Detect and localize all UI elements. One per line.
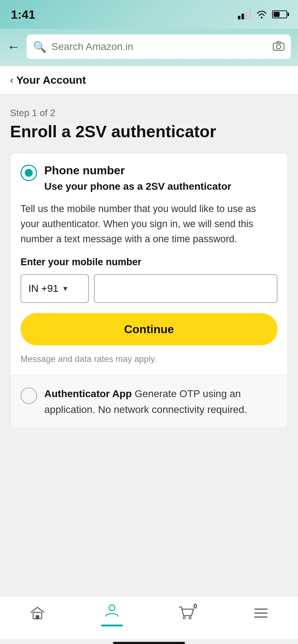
app-option-header: Authenticator App Generate OTP using an … (21, 386, 277, 417)
options-card: Phone number Use your phone as a 2SV aut… (10, 153, 288, 428)
country-code-text: IN +91 (28, 283, 58, 294)
search-icon: 🔍 (33, 41, 46, 53)
svg-point-2 (276, 45, 281, 49)
continue-button[interactable]: Continue (21, 313, 277, 345)
step-label: Step 1 of 2 (10, 107, 288, 119)
signal-icon (238, 9, 251, 19)
dropdown-arrow-icon: ▾ (63, 284, 67, 293)
wifi-icon (256, 10, 268, 19)
phone-input-row: IN +91 ▾ (21, 274, 277, 303)
phone-title-sub: Use your phone as a 2SV authenticator (44, 181, 231, 192)
status-bar: 1:41 (0, 0, 298, 29)
country-code-select[interactable]: IN +91 ▾ (21, 274, 89, 303)
svg-point-7 (189, 617, 191, 619)
app-title-bold: Authenticator App (44, 388, 132, 399)
app-option-section: Authenticator App Generate OTP using an … (10, 375, 288, 428)
breadcrumb[interactable]: ‹ Your Account (0, 66, 298, 95)
phone-number-input[interactable] (94, 274, 277, 303)
radio-dot (25, 169, 33, 177)
breadcrumb-label: Your Account (16, 74, 86, 86)
svg-point-6 (183, 617, 185, 619)
app-radio-unselected[interactable] (21, 387, 37, 404)
status-time: 1:41 (11, 8, 35, 22)
home-icon (30, 606, 45, 623)
svg-rect-4 (36, 615, 39, 619)
main-content: Step 1 of 2 Enroll a 2SV authenticator P… (0, 95, 298, 596)
camera-icon[interactable] (273, 41, 284, 53)
nav-home[interactable] (0, 606, 74, 623)
back-button[interactable]: ← (7, 39, 20, 54)
search-input-wrapper[interactable]: 🔍 (27, 34, 291, 59)
nav-menu[interactable] (224, 606, 298, 622)
search-input[interactable] (51, 41, 268, 52)
phone-radio-selected[interactable] (21, 165, 37, 181)
disclaimer-text: Message and data rates may apply. (21, 354, 277, 364)
nav-account[interactable] (74, 603, 149, 626)
phone-option-title: Phone number Use your phone as a 2SV aut… (44, 164, 277, 192)
account-icon (104, 603, 119, 621)
svg-point-5 (109, 605, 115, 611)
menu-icon (253, 606, 268, 622)
status-icons (238, 9, 287, 19)
home-indicator (113, 642, 185, 644)
phone-description: Tell us the mobile number that you would… (21, 202, 277, 247)
app-description: Authenticator App Generate OTP using an … (44, 386, 277, 417)
phone-option-section: Phone number Use your phone as a 2SV aut… (10, 153, 288, 376)
svg-point-0 (261, 17, 263, 19)
bottom-nav: 0 (0, 596, 298, 639)
battery-icon (272, 10, 287, 18)
mobile-number-label: Enter your mobile number (21, 257, 277, 268)
search-bar-wrapper: ← 🔍 (0, 29, 298, 66)
cart-badge-count: 0 (193, 603, 197, 610)
page-title: Enroll a 2SV authenticator (10, 122, 288, 141)
breadcrumb-back-icon: ‹ (10, 74, 13, 86)
nav-cart[interactable]: 0 (149, 606, 224, 623)
phone-option-header: Phone number Use your phone as a 2SV aut… (21, 164, 277, 192)
nav-account-indicator (101, 625, 123, 626)
cart-icon: 0 (179, 606, 194, 623)
phone-title-bold: Phone number (44, 164, 125, 177)
